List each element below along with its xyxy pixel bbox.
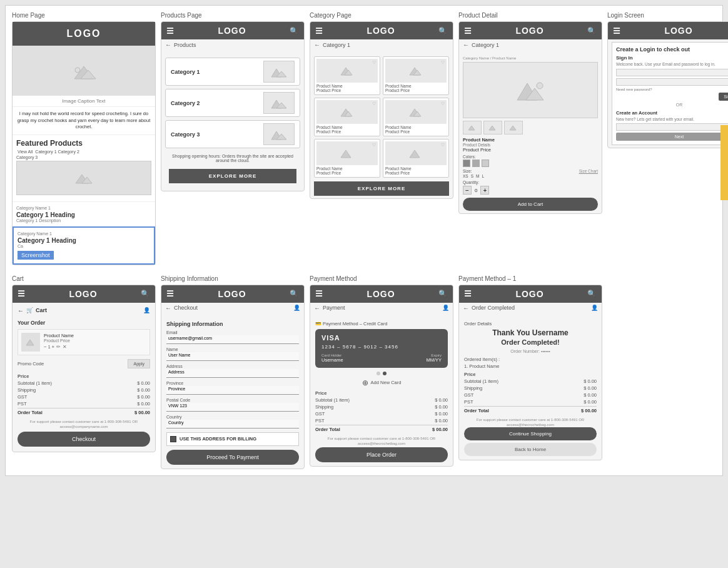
price-section-label: Price (18, 373, 150, 379)
heart-icon-6[interactable]: ♡ (441, 143, 445, 148)
cart-menu-icon[interactable]: ☰ (18, 289, 26, 298)
heart-icon-5[interactable]: ♡ (372, 143, 376, 148)
address-field-input[interactable]: Address (166, 369, 299, 378)
category-back-bar: ← Category 1 (310, 39, 453, 50)
order-back-arrow[interactable]: ← (463, 305, 469, 312)
ord-pst-label: PST (464, 399, 473, 405)
svg-marker-20 (410, 150, 420, 158)
name-field-input[interactable]: User Name (166, 352, 299, 361)
cat-search-icon[interactable]: 🔍 (438, 27, 448, 35)
order-search-icon[interactable]: 🔍 (587, 290, 597, 298)
cat2-link[interactable]: Category 2 (58, 150, 79, 154)
login-menu-icon[interactable]: ☰ (613, 26, 621, 36)
featured-section: Featured Products View All Category 1 Ca… (13, 135, 155, 201)
ord-gst-label: GST (464, 392, 473, 398)
shipping-back-arrow[interactable]: ← (165, 305, 171, 312)
proceed-btn[interactable]: Proceed To Payment (166, 450, 299, 465)
billing-checkbox-row[interactable]: USE THIS ADDRESS FOR BILLING (166, 432, 299, 446)
cat3-link[interactable]: Category 3 (16, 155, 38, 160)
swatch-mid[interactable] (472, 160, 480, 167)
email-input[interactable] (616, 69, 728, 76)
thumb-1[interactable] (463, 121, 482, 134)
product-card-5-img: ♡ (316, 141, 378, 165)
login-label: Login Screen (607, 12, 728, 19)
cat2-mountain-icon (270, 97, 288, 109)
sign-in-btn[interactable]: Sign In (719, 93, 728, 101)
email-field-input[interactable]: username@gmail.com (166, 335, 299, 344)
detail-search-icon[interactable]: 🔍 (587, 27, 597, 35)
search-icon[interactable]: 🔍 (290, 27, 299, 35)
pay-total-val: $ 00.00 (432, 427, 448, 432)
size-xs[interactable]: XS (463, 174, 468, 178)
dot-1[interactable] (377, 372, 380, 375)
payment-search-icon[interactable]: 🔍 (438, 290, 448, 298)
swatch-dark[interactable] (463, 160, 470, 167)
thumb-3[interactable] (504, 121, 523, 134)
address-field-label: Address (166, 364, 299, 368)
need-pass: Need new password? (616, 88, 728, 91)
shopping-note: Shopping opening hours: Orders through t… (165, 151, 300, 165)
detail-menu-icon[interactable]: ☰ (464, 26, 472, 36)
qty-control: − 0 + (463, 186, 598, 195)
screenshot-section: Category Name 1 Category 1 Heading Ca Sc… (13, 226, 155, 265)
shipping-search-icon[interactable]: 🔍 (290, 290, 299, 298)
billing-checkbox[interactable] (170, 436, 176, 442)
shipping-menu-icon[interactable]: ☰ (166, 289, 174, 298)
cart-back-arrow[interactable]: ← (18, 307, 24, 314)
pay-pst-row: PST $ 0.00 (315, 418, 448, 423)
heart-icon-4[interactable]: ♡ (441, 101, 445, 106)
continue-shopping-btn[interactable]: Continue Shopping (464, 427, 597, 440)
heart-icon-1[interactable]: ♡ (372, 60, 376, 65)
back-arrow-detail[interactable]: ← (463, 41, 469, 48)
place-order-btn[interactable]: Place Order (315, 447, 448, 462)
detail-back-bar: ← Category 1 (459, 39, 602, 50)
postal-field-input[interactable]: VNW 123 (166, 403, 299, 412)
cart-qty-decrease[interactable]: − (44, 344, 47, 350)
gst-row: GST $ 0.00 (18, 394, 150, 400)
edit-icon[interactable]: ✏ (56, 344, 61, 350)
back-arrow-products[interactable]: ← (165, 41, 171, 48)
qty-increase[interactable]: + (480, 186, 489, 195)
size-chart-link[interactable]: Size Chart (579, 169, 598, 173)
ord-shipping-label: Shipping (464, 385, 482, 391)
payment-menu-icon[interactable]: ☰ (315, 289, 323, 298)
product-detail-section: Product Detail ☰ LOGO 🔍 ← Category 1 Cat… (458, 12, 602, 265)
qty-decrease[interactable]: − (463, 186, 472, 195)
svg-marker-25 (489, 126, 495, 130)
size-l[interactable]: L (482, 174, 484, 178)
back-home-btn[interactable]: Back to Home (464, 443, 597, 456)
cat1-link[interactable]: Category 1 (35, 150, 56, 154)
size-s[interactable]: S (471, 174, 473, 178)
create-email-input[interactable] (616, 123, 728, 131)
view-all-link[interactable]: View All (18, 150, 33, 154)
order-menu-icon[interactable]: ☰ (464, 289, 472, 298)
size-m[interactable]: M (476, 174, 479, 178)
password-input[interactable] (616, 78, 728, 86)
explore-btn-products[interactable]: EXPLORE MORE (169, 169, 296, 183)
swatch-light[interactable] (482, 160, 489, 167)
cart-search-icon[interactable]: 🔍 (141, 290, 150, 298)
payment-back-arrow[interactable]: ← (314, 305, 320, 312)
add-to-cart-btn[interactable]: Add to Cart (463, 198, 598, 211)
apply-btn[interactable]: Apply (128, 359, 150, 368)
heart-icon-2[interactable]: ♡ (441, 60, 445, 65)
delete-icon[interactable]: ✕ (63, 344, 67, 350)
shipping-user-icon: 👤 (293, 305, 300, 311)
thumb-2[interactable] (483, 121, 502, 134)
country-field-input[interactable]: Country (166, 420, 299, 429)
add-card-row[interactable]: ⊕ Add New Card (315, 378, 448, 387)
heart-icon-3[interactable]: ♡ (372, 101, 376, 106)
next-btn[interactable]: Next (616, 133, 728, 141)
province-field-input[interactable]: Province (166, 386, 299, 395)
cart-qty-increase[interactable]: + (52, 344, 55, 350)
dot-2[interactable] (383, 372, 387, 375)
payment-method-label: Payment Method – Credit Card (323, 321, 387, 327)
back-arrow-cat[interactable]: ← (314, 41, 320, 48)
cat-card-3[interactable]: Category 3 (165, 120, 300, 148)
menu-icon[interactable]: ☰ (166, 26, 174, 36)
cat-card-1[interactable]: Category 1 (165, 58, 300, 86)
cat-card-2[interactable]: Category 2 (165, 89, 300, 117)
checkout-btn[interactable]: Checkout (18, 432, 150, 447)
explore-btn-category[interactable]: EXPLORE MORE (314, 181, 449, 196)
cat-menu-icon[interactable]: ☰ (315, 26, 323, 36)
